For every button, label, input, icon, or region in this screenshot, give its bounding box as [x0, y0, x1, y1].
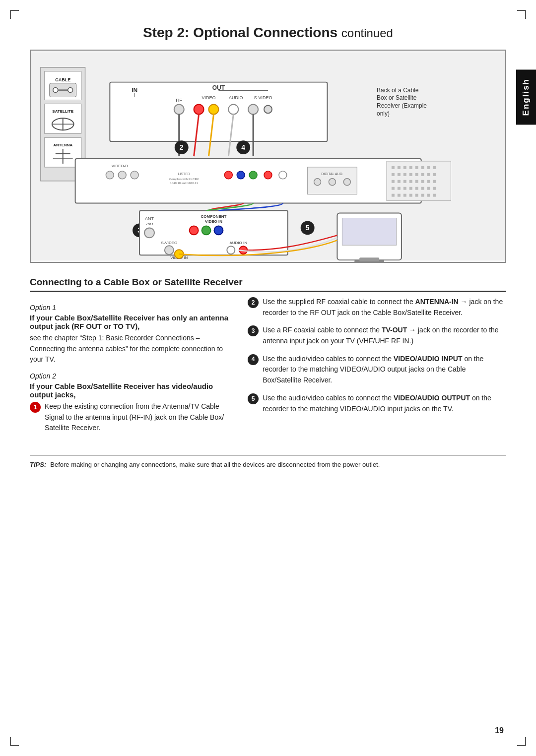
- svg-rect-127: [359, 257, 379, 261]
- svg-rect-65: [392, 166, 395, 169]
- svg-rect-85: [415, 180, 418, 183]
- right-item-4: 4 Use the audio/video cables to connect …: [248, 354, 506, 386]
- svg-point-112: [202, 226, 211, 235]
- svg-point-48: [106, 171, 114, 179]
- svg-rect-89: [392, 187, 395, 190]
- right-item-2-text: Use the supplied RF coaxial cable to con…: [263, 297, 506, 318]
- svg-point-111: [190, 226, 199, 235]
- svg-rect-87: [427, 180, 430, 183]
- svg-rect-78: [421, 173, 424, 176]
- step-circle-5: 5: [248, 393, 259, 404]
- svg-point-56: [249, 171, 257, 179]
- svg-text:ANTENNA: ANTENNA: [53, 143, 72, 147]
- svg-text:OUT: OUT: [212, 84, 225, 91]
- svg-point-49: [118, 171, 126, 179]
- svg-point-61: [314, 179, 321, 186]
- svg-rect-90: [398, 187, 401, 190]
- svg-text:VIDEO: VIDEO: [202, 95, 216, 100]
- svg-rect-93: [415, 187, 418, 190]
- svg-rect-70: [421, 166, 424, 169]
- svg-point-55: [237, 171, 245, 179]
- svg-point-62: [329, 179, 335, 186]
- svg-point-57: [264, 171, 272, 179]
- svg-text:Complies with 21 CFR: Complies with 21 CFR: [169, 178, 199, 181]
- svg-text:4: 4: [241, 143, 245, 151]
- right-item-4-text: Use the audio/video cables to connect th…: [263, 354, 506, 386]
- svg-point-33: [209, 104, 219, 114]
- svg-text:Receiver (Example: Receiver (Example: [377, 102, 427, 109]
- svg-point-50: [131, 171, 138, 179]
- svg-text:IN: IN: [132, 87, 137, 94]
- svg-text:2: 2: [180, 143, 184, 151]
- step-number-1-red: 1: [30, 402, 41, 413]
- right-column: 2 Use the supplied RF coaxial cable to c…: [248, 297, 506, 441]
- step-circle-3: 3: [248, 325, 259, 336]
- svg-point-34: [228, 104, 238, 114]
- content-columns: Option 1 If your Cable Box/Satellite Rec…: [30, 297, 506, 441]
- option1-text: see the chapter “Step 1: Basic Recorder …: [30, 333, 230, 365]
- svg-text:AUDIO IN: AUDIO IN: [230, 241, 248, 245]
- svg-text:VIDEO-D: VIDEO-D: [112, 164, 128, 168]
- svg-rect-97: [392, 194, 395, 197]
- svg-rect-76: [409, 173, 412, 176]
- svg-point-63: [343, 179, 350, 186]
- svg-point-115: [165, 246, 174, 254]
- svg-rect-80: [433, 173, 436, 176]
- svg-point-32: [194, 104, 204, 114]
- svg-rect-75: [403, 173, 406, 176]
- svg-rect-79: [427, 173, 430, 176]
- svg-text:only): only): [377, 110, 390, 117]
- svg-rect-83: [403, 180, 406, 183]
- option2-label: Option 2: [30, 372, 230, 380]
- svg-rect-72: [433, 166, 436, 169]
- svg-text:1040.10 and 1040.11: 1040.10 and 1040.11: [170, 182, 198, 185]
- option1-bold-heading: If your Cable Box/Satellite Receiver has…: [30, 314, 230, 330]
- svg-text:COMPONENT: COMPONENT: [201, 214, 227, 219]
- svg-rect-68: [409, 166, 412, 169]
- svg-point-7: [68, 88, 73, 93]
- svg-rect-73: [392, 173, 395, 176]
- svg-rect-91: [403, 187, 406, 190]
- svg-rect-92: [409, 187, 412, 190]
- svg-point-35: [248, 104, 258, 114]
- svg-rect-96: [433, 187, 436, 190]
- svg-rect-94: [421, 187, 424, 190]
- svg-rect-84: [409, 180, 412, 183]
- svg-point-54: [224, 171, 232, 179]
- step-circle-2: 2: [248, 297, 259, 308]
- svg-rect-101: [415, 194, 418, 197]
- svg-text:RF: RF: [176, 97, 182, 103]
- right-item-2: 2 Use the supplied RF coaxial cable to c…: [248, 297, 506, 318]
- section-heading: Connecting to a Cable Box or Satellite R…: [30, 277, 506, 292]
- tips-text: Before making or changing any connection…: [50, 461, 380, 468]
- svg-point-108: [144, 228, 154, 238]
- option2-bold-heading: If your Cable Box/Satellite Receiver has…: [30, 382, 230, 399]
- svg-rect-74: [398, 173, 401, 176]
- svg-text:VIDEO IN: VIDEO IN: [205, 219, 222, 224]
- step-circle-4: 4: [248, 354, 259, 365]
- svg-text:S-VIDEO: S-VIDEO: [254, 95, 272, 100]
- svg-text:Back of a Cable: Back of a Cable: [377, 87, 419, 94]
- svg-text:DIGITAL AUD.: DIGITAL AUD.: [321, 172, 343, 176]
- left-column: Option 1 If your Cable Box/Satellite Rec…: [30, 297, 230, 441]
- svg-rect-82: [398, 180, 401, 183]
- svg-rect-100: [409, 194, 412, 197]
- right-item-3-text: Use a RF coaxial cable to connect the TV…: [263, 325, 506, 346]
- svg-rect-67: [403, 166, 406, 169]
- svg-text:AUDIO: AUDIO: [229, 95, 243, 100]
- svg-rect-81: [392, 180, 395, 183]
- tips-label: TIPS:: [30, 461, 46, 468]
- right-item-5-text: Use the audio/video cables to connect th…: [263, 393, 506, 414]
- svg-point-6: [53, 88, 58, 93]
- svg-rect-104: [433, 194, 436, 197]
- svg-text:CABLE: CABLE: [55, 77, 70, 82]
- svg-text:ANT: ANT: [145, 216, 154, 221]
- svg-rect-71: [427, 166, 430, 169]
- svg-point-36: [264, 105, 272, 113]
- svg-rect-125: [342, 218, 397, 245]
- option2-step1: 1 Keep the existing connection from the …: [30, 401, 230, 434]
- svg-text:5: 5: [306, 224, 310, 232]
- svg-rect-64: [387, 161, 451, 201]
- page-title: Step 2: Optional Connections continued: [30, 25, 506, 41]
- svg-rect-99: [403, 194, 406, 197]
